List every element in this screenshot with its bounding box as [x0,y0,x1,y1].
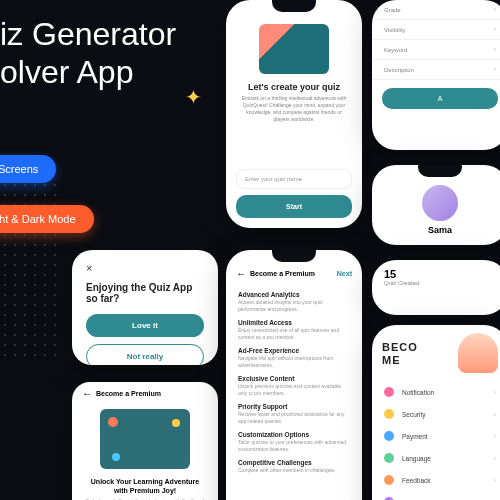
notch [272,250,316,262]
form-row-keyword[interactable]: Keyword› [372,40,500,60]
security-icon [384,409,394,419]
star-dot-icon [172,419,180,427]
premium-illustration [100,409,190,469]
notch [418,165,462,177]
feedback-question: Enjoying the Quiz App so far? [72,278,218,314]
settings-label: Security [402,411,425,418]
sparkle-icon: ✦ [185,85,202,109]
settings-label: Notification [402,389,434,396]
stat-number: 15 [372,260,500,280]
chevron-right-icon: › [493,476,496,485]
premium-header: ← Become a Premium [72,382,218,401]
notification-icon [384,387,394,397]
chevron-right-icon: › [494,66,496,73]
payment-icon [384,431,394,441]
feature-item: Competitive ChallengesCompete with other… [226,455,362,476]
chevron-right-icon: › [493,388,496,397]
avatar[interactable] [422,185,458,221]
mode-pill: ght & Dark Mode [0,205,94,233]
settings-label: Payment [402,433,428,440]
chevron-right-icon: › [493,410,496,419]
chat-icon [112,453,120,461]
chevron-right-icon: › [494,6,496,13]
chevron-right-icon: › [493,454,496,463]
feature-item: Priority SupportReceive faster and prior… [226,399,362,427]
chevron-right-icon: › [494,46,496,53]
person-illustration [458,333,498,373]
language-icon [384,453,394,463]
settings-row-share-app[interactable]: Share App› [372,491,500,500]
hero-title: iz Generator olver App [0,15,176,92]
settings-row-language[interactable]: Language› [372,447,500,469]
features-title: Become a Premium [250,270,315,277]
not-really-button[interactable]: Not really [86,344,204,365]
feature-item: Exclusive ContentUnlock premium quizzes … [226,371,362,399]
feature-item: Unlimited AccessEnjoy unrestricted use o… [226,315,362,343]
premium-heading: Unlock Your Learning Adventure with Prem… [72,477,218,495]
settings-label: Feedback [402,477,431,484]
feature-item: Advanced AnalyticsAccess detailed insigh… [226,287,362,315]
feedback-icon [384,475,394,485]
screens-pill: Screens [0,155,56,183]
stat-label: Quiz Created [372,280,500,286]
form-row-description[interactable]: Description› [372,60,500,80]
next-button[interactable]: Next [337,270,352,277]
back-arrow-icon[interactable]: ← [82,388,92,399]
feature-item: Customization OptionsTailor quizzes to y… [226,427,362,455]
create-quiz-subtitle: Embark on a thrilling intellectual adven… [226,92,362,123]
premium-subtitle: Embark on a thrilling intellectual adven… [72,495,218,500]
phone-create-quiz: Let's create your quiz Embark on a thril… [226,0,362,228]
form-row-grade[interactable]: Grade› [372,0,500,20]
quiz-name-input[interactable]: Enter your quiz name [236,169,352,189]
phone-form: Grade› Visibility› Keyword› Description›… [372,0,500,150]
form-row-visibility[interactable]: Visibility› [372,20,500,40]
heart-icon [108,417,118,427]
become-banner[interactable]: B E C O M E [372,325,500,381]
chevron-right-icon: › [493,432,496,441]
close-icon[interactable]: × [72,250,218,278]
notch [272,0,316,12]
phone-settings: B E C O M E Notification›Security›Paymen… [372,325,500,500]
settings-row-payment[interactable]: Payment› [372,425,500,447]
title-line-1: iz Generator [0,15,176,53]
feature-item: Ad-Free ExperienceNavigate the app witho… [226,343,362,371]
settings-row-feedback[interactable]: Feedback› [372,469,500,491]
phone-premium-features: ← Become a Premium Next Advanced Analyti… [226,250,362,500]
chevron-right-icon: › [494,26,496,33]
phone-stat-card: 15 Quiz Created [372,260,500,315]
form-action-button[interactable]: A [382,88,498,109]
back-arrow-icon[interactable]: ← [236,268,246,279]
settings-row-notification[interactable]: Notification› [372,381,500,403]
quiz-illustration [259,24,329,74]
create-quiz-heading: Let's create your quiz [226,82,362,92]
premium-title: Become a Premium [96,390,161,397]
phone-profile: Sama [372,165,500,245]
features-header: ← Become a Premium Next [226,262,362,287]
settings-row-security[interactable]: Security› [372,403,500,425]
love-it-button[interactable]: Love it [86,314,204,337]
start-button[interactable]: Start [236,195,352,218]
phone-feedback-modal: × Enjoying the Quiz App so far? Love it … [72,250,218,365]
title-line-2: olver App [0,53,176,91]
settings-label: Language [402,455,431,462]
profile-name: Sama [372,225,500,235]
phone-premium-promo: ← Become a Premium Unlock Your Learning … [72,382,218,500]
